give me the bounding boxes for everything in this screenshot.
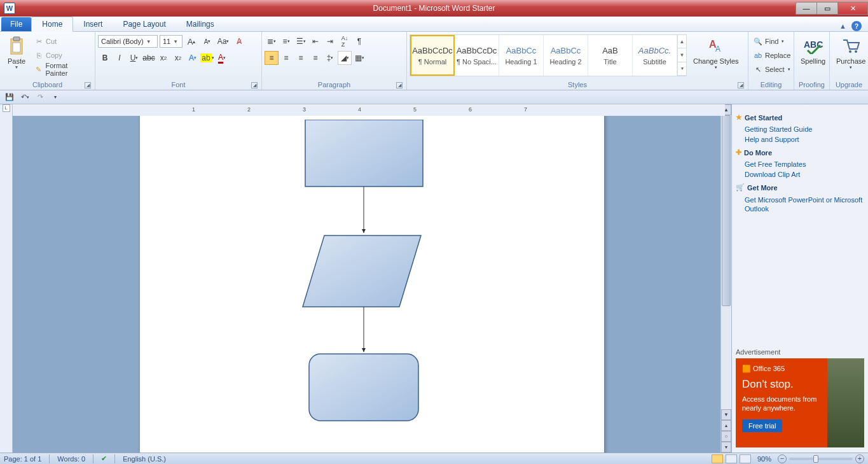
flowchart-terminator-shape[interactable]	[309, 354, 418, 421]
paragraph-dialog-launcher[interactable]: ◢	[396, 82, 403, 88]
full-screen-view-button[interactable]	[726, 454, 737, 463]
tab-mailings[interactable]: Mailings	[176, 17, 224, 31]
link-templates[interactable]: Get Free Templates	[745, 160, 864, 168]
underline-button[interactable]: U▾	[127, 51, 141, 65]
align-left-button[interactable]: ≡	[265, 51, 279, 65]
shading-button[interactable]: ◢▾	[338, 51, 352, 65]
sort-button[interactable]: A↓Z	[338, 34, 352, 48]
qat-customize-button[interactable]: ▾	[50, 92, 61, 103]
purchase-button[interactable]: Purchase▾	[832, 34, 868, 71]
shrink-font-button[interactable]: A▾	[200, 34, 214, 48]
clipboard-dialog-launcher[interactable]: ◢	[85, 82, 91, 88]
style--no-spaci-[interactable]: AaBbCcDc¶ No Spaci...	[455, 35, 499, 76]
cut-button[interactable]: ✂Cut	[32, 34, 92, 48]
font-color-button[interactable]: A▾	[215, 51, 229, 65]
zoom-in-button[interactable]: +	[855, 454, 864, 463]
link-getting-started[interactable]: Getting Started Guide	[745, 125, 864, 133]
maximize-button[interactable]: ▭	[816, 2, 838, 15]
paste-button[interactable]: Paste ▼	[3, 34, 31, 71]
status-page[interactable]: Page: 1 of 1	[4, 455, 41, 463]
style-subtitle[interactable]: AaBbCc.Subtitle	[633, 35, 677, 76]
help-button[interactable]: ?	[851, 21, 862, 31]
spelling-button[interactable]: ABC Spelling	[797, 34, 829, 66]
scroll-thumb[interactable]	[722, 115, 731, 306]
zoom-out-button[interactable]: −	[778, 454, 787, 463]
vertical-ruler[interactable]: L	[0, 104, 13, 453]
tab-file[interactable]: File	[1, 17, 31, 31]
close-button[interactable]: ✕	[837, 2, 868, 15]
highlight-button[interactable]: ab▾	[200, 51, 214, 65]
bold-button[interactable]: B	[98, 51, 112, 65]
zoom-level[interactable]: 90%	[757, 455, 771, 463]
show-marks-button[interactable]: ¶	[352, 34, 366, 48]
numbering-button[interactable]: ≡▾	[279, 34, 293, 48]
scroll-down-button[interactable]: ▼	[721, 409, 731, 420]
font-name-combo[interactable]: Calibri (Body)▼	[98, 35, 158, 48]
horizontal-ruler[interactable]: 1234567	[13, 104, 725, 116]
link-clipart[interactable]: Download Clip Art	[745, 171, 864, 178]
browse-object-button[interactable]: ○	[721, 431, 731, 442]
align-right-button[interactable]: ≡	[294, 51, 308, 65]
tab-page-layout[interactable]: Page Layout	[113, 17, 176, 31]
change-styles-button[interactable]: AA Change Styles▾	[689, 34, 743, 71]
tab-insert[interactable]: Insert	[73, 17, 113, 31]
subscript-button[interactable]: x2	[156, 51, 170, 65]
undo-button[interactable]: ↶▾	[19, 92, 31, 103]
styles-gallery[interactable]: AaBbCcDc¶ NormalAaBbCcDc¶ No Spaci...AaB…	[410, 34, 687, 76]
clear-formatting-button[interactable]: A̷	[232, 34, 246, 48]
redo-button[interactable]: ↷	[34, 92, 46, 103]
format-painter-button[interactable]: ✎Format Painter	[32, 62, 92, 76]
gallery-more[interactable]: ▾	[678, 62, 686, 76]
borders-button[interactable]: ▦▾	[352, 51, 366, 65]
styles-dialog-launcher[interactable]: ◢	[738, 82, 744, 88]
find-button[interactable]: 🔍Find▾	[751, 34, 786, 48]
text-effects-button[interactable]: A▾	[186, 51, 200, 65]
font-dialog-launcher[interactable]: ◢	[251, 82, 258, 88]
next-page-button[interactable]: ▾	[721, 442, 731, 453]
link-help-support[interactable]: Help and Support	[745, 136, 864, 143]
ad-cta-button[interactable]: Free trial	[742, 419, 782, 432]
document-area[interactable]	[13, 104, 720, 453]
save-button[interactable]: 💾	[4, 92, 15, 103]
status-words[interactable]: Words: 0	[57, 455, 85, 463]
align-center-button[interactable]: ≡	[279, 51, 293, 65]
link-get-office[interactable]: Get Microsoft PowerPoint or Microsoft Ou…	[745, 195, 864, 214]
prev-page-button[interactable]: ▴	[721, 420, 731, 431]
italic-button[interactable]: I	[113, 51, 127, 65]
change-case-button[interactable]: Aa▾	[216, 34, 230, 48]
style--normal[interactable]: AaBbCcDc¶ Normal	[410, 35, 455, 76]
minimize-button[interactable]: —	[796, 2, 817, 15]
flowchart-data-shape[interactable]	[303, 236, 421, 307]
gallery-down[interactable]: ▼	[678, 48, 686, 62]
select-button[interactable]: ↖Select▾	[751, 62, 792, 76]
flowchart-process-shape[interactable]	[305, 120, 423, 186]
superscript-button[interactable]: x2	[171, 51, 185, 65]
zoom-slider[interactable]	[789, 458, 853, 460]
font-size-combo[interactable]: 11▼	[160, 35, 183, 48]
vertical-scrollbar[interactable]: ▲ ▼ ▴ ○ ▾	[720, 104, 731, 453]
style-title[interactable]: AaBTitle	[588, 35, 633, 76]
replace-button[interactable]: abReplace	[751, 48, 792, 62]
zoom-slider-thumb[interactable]	[813, 455, 818, 463]
multilevel-list-button[interactable]: ☰▾	[294, 34, 308, 48]
ad-banner[interactable]: 🟧 Office 365 Don't stop. Access document…	[736, 358, 864, 447]
tab-home[interactable]: Home	[31, 17, 73, 32]
strikethrough-button[interactable]: abc	[142, 51, 156, 65]
web-layout-view-button[interactable]	[740, 454, 751, 463]
style-heading-1[interactable]: AaBbCcHeading 1	[499, 35, 544, 76]
minimize-ribbon-icon[interactable]: ▲	[839, 22, 846, 30]
page[interactable]	[140, 113, 604, 453]
grow-font-button[interactable]: A▴	[184, 34, 198, 48]
tab-selector[interactable]: L	[3, 104, 10, 112]
print-layout-view-button[interactable]	[712, 454, 723, 463]
copy-button[interactable]: ⎘Copy	[32, 48, 92, 62]
status-language[interactable]: English (U.S.)	[123, 455, 166, 463]
bullets-button[interactable]: ≣▾	[265, 34, 279, 48]
style-heading-2[interactable]: AaBbCcHeading 2	[544, 35, 588, 76]
proof-status-icon[interactable]: ✔	[101, 454, 107, 463]
line-spacing-button[interactable]: ‡▾	[323, 51, 337, 65]
increase-indent-button[interactable]: ⇥	[323, 34, 337, 48]
gallery-up[interactable]: ▲	[678, 35, 686, 48]
justify-button[interactable]: ≡	[308, 51, 322, 65]
decrease-indent-button[interactable]: ⇤	[308, 34, 322, 48]
